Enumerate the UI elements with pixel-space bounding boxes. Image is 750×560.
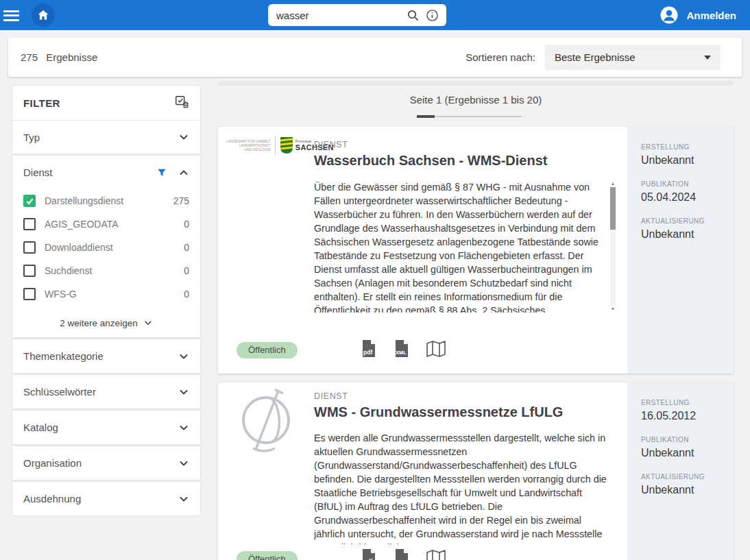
scroll-up-arrow-icon[interactable]: ▲ [609,180,617,187]
filter-section-dienst-block: Dienst Darstellungsdienst 275 AGIS_GEODA… [12,156,200,337]
scrollbar-thumb[interactable] [610,187,616,230]
chevron-down-icon [178,422,189,433]
filter-option-downloaddienst[interactable]: Downloaddienst 0 [12,236,200,259]
result-count: 275 Ergebnisse [21,51,97,63]
svg-text:XML: XML [396,350,407,356]
chevron-down-icon [704,56,711,60]
meta-value: 05.04.2024 [641,191,727,204]
meta-label: AKTUALISIERUNG [641,473,727,480]
filter-section-organisation[interactable]: Organisation [12,446,200,480]
hamburger-menu-icon[interactable] [3,8,20,23]
user-avatar-icon [660,6,678,24]
public-access-badge: Öffentlich [237,342,298,358]
login-label: Anmelden [686,10,736,21]
xml-file-icon[interactable]: XML [393,548,410,560]
chevron-down-icon [178,494,189,504]
clear-filters-icon[interactable] [174,94,189,112]
result-title[interactable]: WMS - Grundwassermessnetze LfULG [314,404,563,420]
filter-option-suchdienst[interactable]: Suchdienst 0 [12,259,200,282]
chevron-down-icon [178,132,189,143]
login-button[interactable]: Anmelden [660,0,736,30]
filter-option-agis-geodata[interactable]: AGIS_GEODATA 0 [12,212,200,236]
search-icon[interactable] [405,8,420,23]
logo-org-line: UND GEOLOGIE [226,147,271,151]
scrollbar-track[interactable] [610,187,616,306]
meta-label: PUBLIKATION [641,180,727,188]
map-icon[interactable] [426,549,446,560]
filter-title: FILTER [23,97,60,109]
meta-label: ERSTELLUNG [641,399,727,406]
meta-value: 16.05.2012 [641,410,727,422]
xml-file-icon[interactable]: XML [393,339,410,361]
filter-sidebar: FILTER Typ Di [12,86,200,518]
filter-option-wfs-g[interactable]: WFS-G 0 [12,282,200,306]
page-indicator: Seite 1 (Ergebnisse 1 bis 20) [218,94,734,106]
filter-option-label: Darstellungsdienst [45,195,173,206]
sort-select[interactable]: Beste Ergebnisse [545,45,721,70]
filter-option-label: AGIS_GEODATA [45,219,184,230]
meta-value: Unbekannt [641,228,727,241]
result-count-number: 275 [21,51,38,63]
chevron-down-icon [178,351,189,362]
scrolled-card-edge [218,81,734,86]
filter-section-typ[interactable]: Typ [12,120,200,154]
svg-text:pdf: pdf [363,349,372,356]
pagination-progress-thumb [417,115,435,118]
checkbox-unchecked[interactable] [23,241,36,254]
home-button[interactable] [32,3,55,27]
show-more-options-link[interactable]: 2 weitere anzeigen [12,306,200,337]
result-description: Es werden alle Grundwassermessstellen da… [314,431,609,544]
filter-section-label: Katalog [23,422,58,433]
pdf-file-icon[interactable]: pdf [360,548,377,560]
map-icon[interactable] [426,340,446,361]
filter-option-darstellungsdienst[interactable]: Darstellungsdienst 275 [12,189,200,212]
show-more-label: 2 weitere anzeigen [60,318,137,328]
meta-value: Unbekannt [641,447,727,459]
chevron-up-icon [178,167,189,178]
filter-section-ausdehnung[interactable]: Ausdehnung [12,482,200,515]
pagination-progress [417,116,522,117]
result-card: ERSTELLUNG 16.05.2012 PUBLIKATION Unbeka… [218,382,734,560]
pdf-file-icon[interactable]: pdf [360,339,377,361]
filter-option-count: 275 [173,195,189,206]
result-type-label: DIENST [314,140,348,149]
result-card: ERSTELLUNG Unbekannt PUBLIKATION 05.04.2… [218,127,734,374]
filter-section-label: Schlüsselwörter [23,386,96,398]
checkbox-unchecked[interactable] [23,265,36,277]
filter-section-label: Themenkategorie [23,350,104,362]
filter-section-katalog[interactable]: Katalog [12,411,200,444]
filter-section-label: Organisation [23,457,82,469]
result-count-label: Ergebnisse [46,51,97,63]
public-access-badge: Öffentlich [237,551,298,560]
description-scrollbar[interactable]: ▲ ▼ [609,180,617,313]
top-bar: Anmelden [0,0,750,30]
filter-section-schluesselwoerter[interactable]: Schlüsselwörter [12,375,200,409]
checkbox-checked[interactable] [23,195,36,207]
result-description: Über die Gewässer sind gemäß § 87 WHG - … [314,180,609,313]
filter-option-count: 0 [184,242,189,253]
filter-option-count: 0 [184,219,189,230]
meta-label: PUBLIKATION [641,436,727,443]
search-input[interactable] [276,10,401,21]
filter-option-label: WFS-G [45,289,184,300]
result-type-label: DIENST [314,391,348,401]
filter-section-themenkategorie[interactable]: Themenkategorie [12,339,200,373]
filter-active-funnel-icon [156,167,167,178]
filter-section-label: Typ [23,132,40,143]
filter-option-count: 0 [184,265,189,276]
globe-placeholder-icon [235,387,300,458]
checkbox-unchecked[interactable] [23,288,36,300]
scroll-down-arrow-icon[interactable]: ▼ [609,306,617,313]
checkbox-unchecked[interactable] [23,218,36,230]
meta-label: AKTUALISIERUNG [641,217,727,225]
filter-section-label: Dienst [23,167,53,178]
chevron-down-icon [178,458,189,469]
sort-by-label: Sortieren nach: [465,51,535,63]
filter-option-label: Suchdienst [45,265,184,276]
filter-section-dienst[interactable]: Dienst [12,156,200,189]
result-title[interactable]: Wasserbuch Sachsen - WMS-Dienst [314,153,547,169]
chevron-down-icon [178,387,189,398]
meta-label: ERSTELLUNG [641,143,727,151]
info-icon[interactable] [424,8,439,23]
metadata-column: ERSTELLUNG 16.05.2012 PUBLIKATION Unbeka… [627,382,734,560]
